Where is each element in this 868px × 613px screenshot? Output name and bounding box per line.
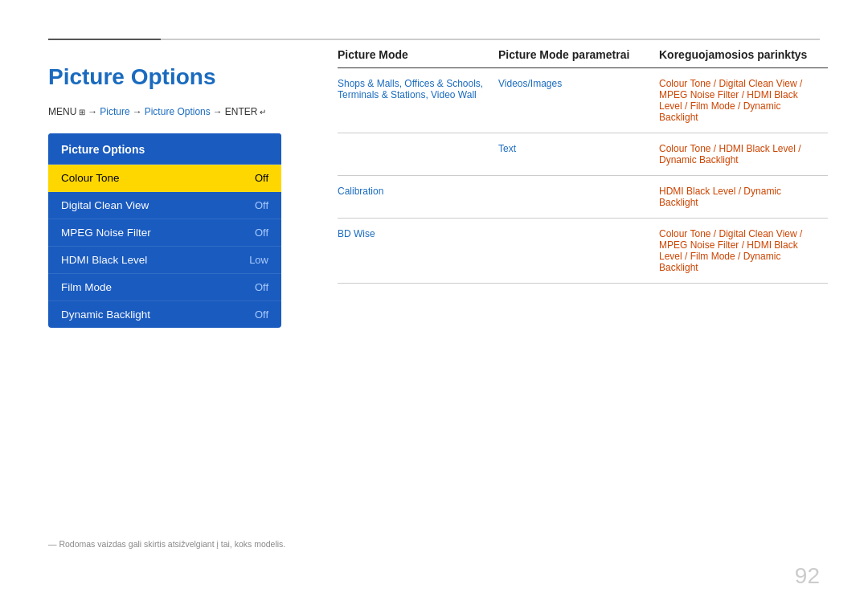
table-header: Picture Mode Picture Mode parametrai Kor… bbox=[338, 48, 828, 68]
film-mode-value: Off bbox=[255, 281, 268, 293]
menu-item-dynamic-backlight[interactable]: Dynamic Backlight Off bbox=[48, 301, 281, 328]
top-decorative-line bbox=[48, 39, 820, 40]
row4-mode: BD Wise bbox=[338, 228, 498, 239]
row4-parinktys: Colour Tone / Digital Clean View / MPEG … bbox=[659, 228, 828, 273]
menu-arrow-2: → bbox=[133, 106, 142, 117]
picture-options-menu: Picture Options Colour Tone Off Digital … bbox=[48, 133, 281, 328]
hdmi-black-level-value: Low bbox=[249, 254, 268, 266]
row3-mode: Calibration bbox=[338, 186, 498, 197]
menu-arrow-1: → bbox=[88, 106, 97, 117]
menu-item-hdmi-black-level[interactable]: HDMI Black Level Low bbox=[48, 247, 281, 274]
menu-item-film-mode[interactable]: Film Mode Off bbox=[48, 274, 281, 301]
menu-path-menu: MENU bbox=[48, 106, 76, 117]
row1-mode: Shops & Malls, Offices & Schools, Termin… bbox=[338, 78, 498, 100]
table-row-3: Calibration HDMI Black Level / Dynamic B… bbox=[338, 176, 828, 219]
row3-parinktys: HDMI Black Level / Dynamic Backlight bbox=[659, 186, 828, 208]
menu-item-digital-clean-view[interactable]: Digital Clean View Off bbox=[48, 192, 281, 219]
table-row-4: BD Wise Colour Tone / Digital Clean View… bbox=[338, 219, 828, 284]
menu-box-title: Picture Options bbox=[48, 133, 281, 165]
menu-path-options: Picture Options bbox=[145, 106, 211, 117]
page-number: 92 bbox=[795, 563, 820, 589]
colour-tone-value: Off bbox=[255, 172, 268, 184]
menu-arrow-3: → bbox=[213, 106, 223, 117]
menu-path-picture: Picture bbox=[100, 106, 129, 117]
table-row-1: Shops & Malls, Offices & Schools, Termin… bbox=[338, 68, 828, 133]
menu-item-mpeg-noise-filter[interactable]: MPEG Noise Filter Off bbox=[48, 219, 281, 247]
digital-clean-view-value: Off bbox=[255, 199, 268, 211]
right-column: Picture Mode Picture Mode parametrai Kor… bbox=[338, 48, 828, 284]
row2-parametrai: Text bbox=[498, 143, 659, 154]
mpeg-noise-filter-value: Off bbox=[255, 227, 268, 239]
col-header-mode: Picture Mode bbox=[338, 48, 498, 61]
col-header-parametrai: Picture Mode parametrai bbox=[498, 48, 659, 61]
dynamic-backlight-value: Off bbox=[255, 309, 268, 321]
menu-path-icon: ⊞ bbox=[79, 108, 85, 116]
col-header-parinktys: Koreguojamosios parinktys bbox=[659, 48, 828, 61]
colour-tone-label: Colour Tone bbox=[61, 172, 120, 184]
row1-parinktys: Colour Tone / Digital Clean View / MPEG … bbox=[659, 78, 828, 123]
digital-clean-view-label: Digital Clean View bbox=[61, 199, 149, 211]
mpeg-noise-filter-label: MPEG Noise Filter bbox=[61, 227, 151, 239]
row2-parinktys: Colour Tone / HDMI Black Level / Dynamic… bbox=[659, 143, 828, 166]
hdmi-black-level-label: HDMI Black Level bbox=[61, 254, 147, 266]
table-row-2: Text Colour Tone / HDMI Black Level / Dy… bbox=[338, 133, 828, 176]
menu-path: MENU ⊞ → Picture → Picture Options → ENT… bbox=[48, 106, 338, 117]
dynamic-backlight-label: Dynamic Backlight bbox=[61, 309, 150, 321]
film-mode-label: Film Mode bbox=[61, 281, 112, 293]
menu-item-colour-tone[interactable]: Colour Tone Off bbox=[48, 165, 281, 192]
page-title: Picture Options bbox=[48, 64, 338, 90]
menu-enter-icon: ↵ bbox=[260, 108, 266, 116]
left-column: Picture Options MENU ⊞ → Picture → Pictu… bbox=[48, 56, 338, 328]
footnote: ― Rodomas vaizdas gali skirtis atsižvelg… bbox=[48, 539, 285, 549]
menu-path-enter: ENTER bbox=[225, 106, 258, 117]
row1-parametrai: Videos/Images bbox=[498, 78, 659, 89]
